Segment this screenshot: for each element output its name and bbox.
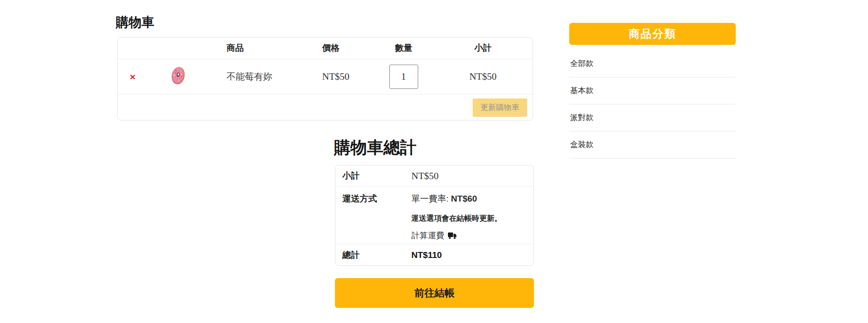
donut-product-image xyxy=(170,65,186,88)
shipping-label: 運送方式 xyxy=(335,187,411,244)
sidebar-item-party-styles[interactable]: 派對款 xyxy=(569,104,736,131)
cart-totals-table: 小計 NT$50 運送方式 單一費率: NT$60 運送選項會在結帳時更新。 計… xyxy=(335,165,534,266)
truck-icon xyxy=(448,232,457,239)
totals-subtotal-row: 小計 NT$50 xyxy=(335,165,534,187)
sidebar: 商品分類 全部款 基本款 派對款 盒裝款 xyxy=(569,23,736,159)
product-categories-title: 商品分類 xyxy=(629,27,676,41)
total-value: NT$110 xyxy=(411,250,442,260)
column-header-subtotal: 小計 xyxy=(433,42,533,54)
list-item: 全部款 xyxy=(569,50,736,77)
shipping-update-note: 運送選項會在結帳時更新。 xyxy=(411,214,534,224)
cart-totals-title: 購物車總計 xyxy=(334,137,416,159)
subtotal-value: NT$50 xyxy=(411,170,439,181)
calculate-shipping-link[interactable]: 計算運費 xyxy=(411,230,444,241)
column-header-product: 商品 xyxy=(208,42,307,54)
subtotal-label: 小計 xyxy=(335,170,411,182)
column-header-quantity: 數量 xyxy=(374,42,433,54)
list-item: 盒裝款 xyxy=(569,131,736,159)
total-label: 總計 xyxy=(335,249,411,261)
product-categories-header: 商品分類 xyxy=(569,23,736,45)
cart-page: 購物車 商品 價格 數量 小計 × xyxy=(0,0,868,323)
shipping-rate-label: 單一費率: xyxy=(411,194,451,203)
list-item: 基本款 xyxy=(569,77,736,104)
table-row: × xyxy=(118,59,533,94)
totals-shipping-row: 運送方式 單一費率: NT$60 運送選項會在結帳時更新。 計算運費 xyxy=(335,187,534,244)
column-header-price: 價格 xyxy=(307,42,374,54)
sidebar-item-basic-styles[interactable]: 基本款 xyxy=(569,77,736,104)
remove-item-button[interactable]: × xyxy=(118,72,148,82)
update-cart-button[interactable]: 更新購物車 xyxy=(473,99,527,117)
cart-table-header: 商品 價格 數量 小計 xyxy=(118,38,533,59)
product-name-link[interactable]: 不能莓有妳 xyxy=(226,71,272,82)
shipping-rate-value: NT$60 xyxy=(451,194,477,203)
shipping-rate-line: 單一費率: NT$60 xyxy=(411,193,534,205)
page-title: 購物車 xyxy=(116,14,154,31)
product-subtotal: NT$50 xyxy=(469,71,497,82)
totals-total-row: 總計 NT$110 xyxy=(335,244,534,266)
product-thumbnail-link[interactable] xyxy=(170,65,186,88)
sidebar-item-all-styles[interactable]: 全部款 xyxy=(569,50,736,77)
quantity-input[interactable] xyxy=(389,65,418,89)
cart-table: 商品 價格 數量 小計 × xyxy=(117,37,533,120)
list-item: 派對款 xyxy=(569,104,736,131)
proceed-to-checkout-button[interactable]: 前往結帳 xyxy=(335,278,534,308)
sidebar-item-boxed-styles[interactable]: 盒裝款 xyxy=(569,131,736,158)
product-price: NT$50 xyxy=(322,71,350,82)
category-list: 全部款 基本款 派對款 盒裝款 xyxy=(569,50,736,159)
cart-table-footer: 更新購物車 xyxy=(118,94,533,120)
